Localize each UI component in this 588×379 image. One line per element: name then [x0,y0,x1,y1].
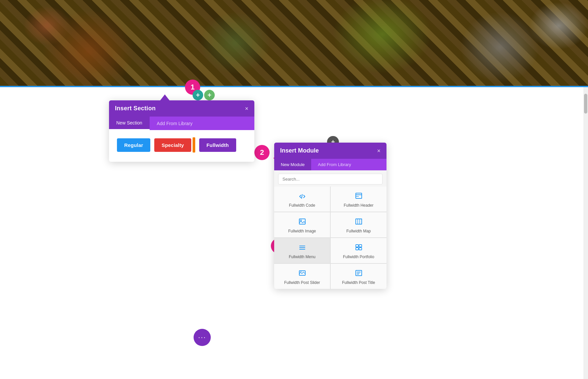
module-item-fullwidth-post-slider[interactable]: Fullwidth Post Slider [274,264,330,289]
module-item-fullwidth-code[interactable]: Fullwidth Code [274,187,330,212]
tab-new-section[interactable]: New Section [109,117,150,130]
module-label-fullwidth-map: Fullwidth Map [346,229,371,233]
code-icon [298,192,306,201]
module-item-fullwidth-menu[interactable]: Fullwidth Menu [274,238,330,263]
content-area: 1 + + Insert Section × New Section Add F… [0,87,588,379]
module-label-fullwidth-portfolio: Fullwidth Portfolio [343,255,374,259]
module-label-fullwidth-code: Fullwidth Code [289,203,315,208]
module-label-fullwidth-post-slider: Fullwidth Post Slider [284,280,320,285]
module-item-fullwidth-portfolio[interactable]: Fullwidth Portfolio [331,238,386,263]
module-item-fullwidth-map[interactable]: Fullwidth Map [331,212,386,237]
svg-rect-1 [356,193,362,198]
insert-section-popup: Insert Section × New Section Add From Li… [109,100,254,162]
insert-section-title: Insert Section [115,105,156,112]
post-slider-icon [298,269,306,278]
insert-module-popup: Insert Module × New Module Add From Libr… [274,143,386,289]
module-grid: Fullwidth Code Fullwidth Header Fullwidt… [274,187,386,289]
svg-rect-18 [356,270,362,276]
insert-module-close-button[interactable]: × [377,148,381,154]
insert-section-close-button[interactable]: × [245,106,248,112]
module-popup-header: Insert Module × [274,143,386,159]
menu-icon [298,243,306,253]
hero-background [0,0,588,86]
portfolio-icon [355,243,363,253]
module-popup-tabs: New Module Add From Library [274,159,386,170]
more-options-button[interactable]: ··· [194,329,211,346]
popup-arrow [160,94,169,100]
popup-body: Regular Specialty Fullwidth [109,130,254,162]
svg-rect-4 [299,219,305,224]
scrollbar[interactable] [583,87,588,379]
svg-rect-13 [359,245,362,247]
module-search-area [274,170,386,187]
insert-section-tabs: New Section Add From Library [109,117,254,130]
module-search-input[interactable] [278,174,383,185]
module-item-fullwidth-post-title[interactable]: Fullwidth Post Title [331,264,386,289]
svg-line-0 [302,194,302,198]
svg-rect-15 [359,248,362,250]
module-label-fullwidth-menu: Fullwidth Menu [289,255,315,259]
fullwidth-section-button[interactable]: Fullwidth [199,138,236,152]
image-icon [298,218,306,227]
svg-point-17 [300,271,301,272]
module-label-fullwidth-image: Fullwidth Image [288,229,316,233]
svg-rect-14 [356,248,358,250]
svg-rect-6 [356,219,362,224]
post-title-icon [355,269,363,278]
map-icon [355,218,363,227]
module-item-fullwidth-image[interactable]: Fullwidth Image [274,212,330,237]
popup-header: Insert Section × [109,100,254,117]
svg-rect-12 [356,245,358,247]
regular-section-button[interactable]: Regular [117,138,150,152]
tab-new-module[interactable]: New Module [274,159,311,170]
tab-add-module-from-library[interactable]: Add From Library [311,159,357,170]
module-label-fullwidth-header: Fullwidth Header [344,203,373,208]
insert-module-title: Insert Module [280,147,319,154]
add-section-button-teal[interactable]: + [193,90,203,100]
add-section-button-green[interactable]: + [204,90,215,100]
more-options-icon: ··· [198,334,206,341]
tab-add-from-library[interactable]: Add From Library [150,117,200,130]
module-label-fullwidth-post-title: Fullwidth Post Title [342,280,375,285]
module-item-fullwidth-header[interactable]: Fullwidth Header [331,187,386,212]
scrollbar-thumb[interactable] [584,94,587,114]
specialty-section-button[interactable]: Specialty [154,138,191,152]
step-2-badge: 2 [254,145,270,160]
specialty-orange-indicator [193,137,195,153]
header-icon [355,192,363,201]
